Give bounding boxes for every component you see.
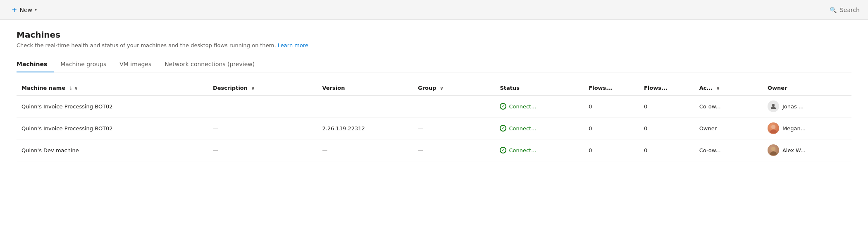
- machine-status: ✓ Connect...: [495, 117, 584, 139]
- status-text: Connect...: [509, 125, 536, 132]
- search-area[interactable]: 🔍 Search: [830, 7, 860, 13]
- machine-ac: Owner: [694, 117, 763, 139]
- col-header-flows2: Flows...: [639, 81, 694, 96]
- machine-group: —: [413, 117, 495, 139]
- svg-point-1: [771, 125, 775, 129]
- machine-ac: Co-ow...: [694, 96, 763, 117]
- col-header-status: Status: [495, 81, 584, 96]
- topbar: + New ▾ 🔍 Search: [0, 0, 868, 20]
- avatar: [768, 101, 779, 112]
- machines-table: Machine name ↓ ∨ Description ∨ Version G…: [17, 81, 851, 161]
- machine-name: Quinn's Invoice Processing BOT02: [17, 96, 208, 117]
- machine-version: 2.26.139.22312: [317, 117, 413, 139]
- sort-icon-group: ∨: [440, 86, 444, 91]
- machine-version: —: [317, 96, 413, 117]
- status-text: Connect...: [509, 147, 536, 153]
- col-header-name[interactable]: Machine name ↓ ∨: [17, 81, 208, 96]
- table-header-row: Machine name ↓ ∨ Description ∨ Version G…: [17, 81, 851, 96]
- tab-network-connections[interactable]: Network connections (preview): [158, 57, 261, 72]
- avatar: [768, 122, 779, 134]
- machine-flows2: 0: [639, 139, 694, 161]
- plus-icon: +: [12, 6, 17, 14]
- machine-group: —: [413, 139, 495, 161]
- machine-owner: Megan...: [763, 117, 851, 139]
- tabs-container: Machines Machine groups VM images Networ…: [17, 57, 851, 72]
- sort-icon-name: ↓ ∨: [69, 86, 78, 91]
- table-row[interactable]: Quinn's Invoice Processing BOT02 — 2.26.…: [17, 117, 851, 139]
- avatar: [768, 144, 779, 156]
- machines-table-container: Machine name ↓ ∨ Description ∨ Version G…: [17, 81, 851, 161]
- search-icon: 🔍: [830, 7, 837, 13]
- machine-description: —: [208, 96, 317, 117]
- status-icon: ✓: [500, 125, 506, 132]
- svg-point-0: [772, 104, 775, 106]
- machine-flows1: 0: [584, 96, 639, 117]
- owner-name: Jonas ...: [782, 103, 804, 110]
- machine-flows1: 0: [584, 139, 639, 161]
- svg-point-2: [770, 129, 777, 133]
- search-label: Search: [840, 7, 860, 13]
- status-icon: ✓: [500, 103, 506, 110]
- new-button[interactable]: + New ▾: [8, 4, 40, 15]
- owner-name: Megan...: [782, 125, 806, 132]
- main-content: Machines Check the real-time health and …: [0, 20, 868, 230]
- status-icon: ✓: [500, 147, 506, 153]
- sort-icon-ac: ∨: [716, 86, 720, 91]
- machine-flows1: 0: [584, 117, 639, 139]
- machine-status: ✓ Connect...: [495, 96, 584, 117]
- svg-point-3: [771, 147, 775, 151]
- learn-more-link[interactable]: Learn more: [278, 42, 308, 48]
- col-header-version: Version: [317, 81, 413, 96]
- tab-machines[interactable]: Machines: [17, 57, 54, 72]
- col-header-ac[interactable]: Ac... ∨: [694, 81, 763, 96]
- subtitle-text: Check the real-time health and status of…: [17, 42, 276, 48]
- owner-name: Alex W...: [782, 147, 806, 153]
- col-header-description[interactable]: Description ∨: [208, 81, 317, 96]
- table-row[interactable]: Quinn's Dev machine — — — ✓ Connect... 0…: [17, 139, 851, 161]
- machine-group: —: [413, 96, 495, 117]
- sort-icon-description: ∨: [251, 86, 255, 91]
- chevron-down-icon: ▾: [35, 7, 37, 12]
- table-body: Quinn's Invoice Processing BOT02 — — — ✓…: [17, 96, 851, 161]
- col-header-group[interactable]: Group ∨: [413, 81, 495, 96]
- svg-point-4: [770, 151, 777, 155]
- machine-version: —: [317, 139, 413, 161]
- machine-owner: Alex W...: [763, 139, 851, 161]
- table-row[interactable]: Quinn's Invoice Processing BOT02 — — — ✓…: [17, 96, 851, 117]
- machine-name: Quinn's Dev machine: [17, 139, 208, 161]
- status-text: Connect...: [509, 103, 536, 110]
- machine-name: Quinn's Invoice Processing BOT02: [17, 117, 208, 139]
- col-header-owner: Owner: [763, 81, 851, 96]
- machine-flows2: 0: [639, 117, 694, 139]
- machine-flows2: 0: [639, 96, 694, 117]
- machine-description: —: [208, 117, 317, 139]
- col-header-flows1: Flows...: [584, 81, 639, 96]
- page-subtitle: Check the real-time health and status of…: [17, 42, 851, 48]
- new-label: New: [19, 7, 32, 13]
- machine-description: —: [208, 139, 317, 161]
- machine-owner: Jonas ...: [763, 96, 851, 117]
- tab-machine-groups[interactable]: Machine groups: [54, 57, 113, 72]
- tab-vm-images[interactable]: VM images: [113, 57, 158, 72]
- machine-ac: Co-ow...: [694, 139, 763, 161]
- page-title: Machines: [17, 30, 851, 40]
- machine-status: ✓ Connect...: [495, 139, 584, 161]
